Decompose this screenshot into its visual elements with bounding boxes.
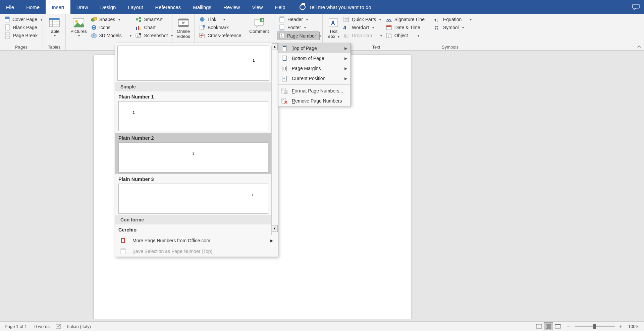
- page-break-button[interactable]: Page Break: [3, 31, 40, 40]
- caret-icon: ▾: [223, 18, 225, 21]
- svg-text:#: #: [282, 98, 284, 101]
- gallery-current-preview[interactable]: 1: [117, 46, 269, 81]
- tab-file[interactable]: File: [0, 0, 20, 14]
- comments-pane-button[interactable]: [628, 0, 644, 14]
- comment-button[interactable]: Comment: [247, 15, 271, 35]
- tab-insert[interactable]: Insert: [46, 0, 70, 14]
- caret-icon: ▾: [54, 34, 56, 38]
- group-tables: Table ▾ Tables: [43, 14, 66, 50]
- footer-icon: [279, 24, 285, 30]
- svg-rect-80: [555, 324, 560, 325]
- link-button[interactable]: Link ▾: [197, 15, 241, 23]
- caret-icon: ▾: [118, 18, 120, 21]
- svg-text:#: #: [282, 88, 284, 91]
- submenu-arrow-icon: ▶: [344, 66, 347, 71]
- gallery-plain-number-1[interactable]: Plain Number 1 1: [115, 91, 271, 133]
- blank-page-button[interactable]: Blank Page: [3, 23, 40, 31]
- page-number-button[interactable]: # Page Number▾: [277, 31, 320, 40]
- cover-page-button[interactable]: Cover Page▾: [3, 15, 40, 23]
- gallery-scroll-up[interactable]: ▲: [272, 43, 278, 50]
- ribbon-tabbar: File Home Insert Draw Design Layout Refe…: [0, 0, 644, 14]
- video-icon: [177, 17, 190, 29]
- tab-help[interactable]: Help: [269, 0, 291, 14]
- print-layout-button[interactable]: [544, 322, 553, 330]
- gallery-cerchio[interactable]: Cerchio: [115, 224, 271, 235]
- tab-home[interactable]: Home: [20, 0, 46, 14]
- svg-rect-21: [136, 27, 137, 30]
- calendar-icon: [386, 24, 392, 30]
- gallery-plain-number-3[interactable]: Plain Number 3 1: [115, 174, 271, 215]
- lightbulb-icon: [300, 4, 306, 10]
- bookmark-button[interactable]: Bookmark: [197, 23, 241, 31]
- tab-references[interactable]: References: [149, 0, 187, 14]
- collapse-ribbon-button[interactable]: [635, 43, 644, 50]
- svg-rect-48: [344, 19, 348, 21]
- web-layout-button[interactable]: [553, 322, 562, 330]
- svg-text:Ω: Ω: [435, 25, 438, 30]
- online-videos-button[interactable]: Online Videos: [175, 15, 192, 40]
- svg-rect-58: [389, 35, 392, 38]
- zoom-in-button[interactable]: +: [618, 323, 624, 329]
- read-mode-button[interactable]: [534, 322, 544, 330]
- tab-layout[interactable]: Layout: [122, 0, 149, 14]
- spellcheck-icon[interactable]: [56, 324, 62, 329]
- menu-format-page-numbers[interactable]: # Format Page Numbers...: [278, 86, 351, 96]
- quick-parts-icon: [343, 16, 350, 22]
- icons-icon: [91, 24, 97, 30]
- group-pages: Cover Page▾ Blank Page Page Break Pages: [0, 14, 43, 50]
- status-page[interactable]: Page 1 of 1: [5, 324, 27, 329]
- gallery-plain-number-2[interactable]: Plain Number 2 1: [115, 133, 271, 174]
- equation-button[interactable]: π Equation ▾: [433, 15, 468, 23]
- screenshot-button[interactable]: Screenshot▾: [133, 31, 175, 40]
- zoom-slider[interactable]: [575, 326, 615, 327]
- header-icon: [279, 16, 285, 22]
- caret-icon: ▾: [130, 34, 131, 38]
- symbol-button[interactable]: Ω Symbol▾: [433, 23, 468, 31]
- svg-text:π: π: [435, 17, 438, 22]
- wordart-button[interactable]: A WordArt▾: [341, 23, 384, 31]
- svg-rect-71: [121, 249, 125, 250]
- svg-text:A: A: [331, 20, 335, 26]
- menu-remove-page-numbers[interactable]: # Remove Page Numbers: [278, 96, 351, 106]
- tab-review[interactable]: Review: [217, 0, 246, 14]
- smartart-button[interactable]: SmartArt: [133, 15, 175, 23]
- pictures-button[interactable]: Pictures ▾: [68, 15, 89, 40]
- pictures-icon: [72, 17, 85, 29]
- header-button[interactable]: Header▾: [277, 15, 320, 23]
- gallery-more-from-office[interactable]: More Page Numbers from Office.com ▶: [115, 235, 278, 246]
- cross-reference-button[interactable]: Cross-reference: [197, 31, 241, 40]
- menu-current-position[interactable]: Current Position ▶: [278, 73, 351, 83]
- drop-cap-button[interactable]: A Drop Cap ▾: [341, 31, 384, 40]
- footer-button[interactable]: Footer▾: [277, 23, 320, 31]
- tab-mailings[interactable]: Mailings: [187, 0, 217, 14]
- svg-rect-56: [386, 25, 391, 27]
- chat-icon: [632, 4, 640, 10]
- svg-rect-22: [138, 26, 139, 30]
- zoom-slider-knob[interactable]: [593, 324, 596, 329]
- menu-page-margins[interactable]: Page Margins ▶: [278, 63, 351, 73]
- shapes-button[interactable]: Shapes▾: [89, 15, 134, 23]
- tab-draw[interactable]: Draw: [70, 0, 94, 14]
- zoom-level[interactable]: 100%: [628, 324, 639, 329]
- menu-bottom-of-page[interactable]: Bottom of Page ▶: [278, 53, 351, 63]
- caret-icon: ▾: [41, 18, 42, 21]
- chart-button[interactable]: Chart: [133, 23, 175, 31]
- status-language[interactable]: Italian (Italy): [67, 324, 91, 329]
- tell-me[interactable]: Tell me what you want to do: [300, 0, 371, 14]
- quick-parts-button[interactable]: Quick Parts▾: [341, 15, 384, 23]
- caret-icon: ▾: [304, 26, 306, 29]
- tab-view[interactable]: View: [246, 0, 269, 14]
- zoom-out-button[interactable]: −: [566, 323, 571, 329]
- gallery-scroll-down[interactable]: ▼: [272, 225, 278, 232]
- icons-button[interactable]: Icons: [89, 23, 134, 31]
- page-break-icon: [5, 32, 11, 39]
- 3d-models-button[interactable]: 3D Models ▾: [89, 31, 134, 40]
- text-box-button[interactable]: A Text Box ▾: [325, 15, 341, 40]
- status-words[interactable]: 0 words: [35, 324, 50, 329]
- caret-icon: ▾: [418, 34, 419, 38]
- menu-top-of-page[interactable]: Top of Page ▶: [278, 43, 351, 53]
- tab-design[interactable]: Design: [94, 0, 122, 14]
- table-button[interactable]: Table ▾: [46, 15, 63, 39]
- svg-rect-39: [280, 29, 284, 30]
- svg-rect-18: [136, 18, 138, 20]
